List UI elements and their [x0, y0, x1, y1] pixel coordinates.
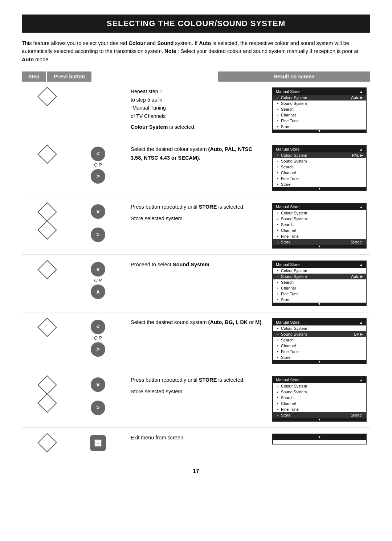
button-area: < O R > — [73, 145, 123, 184]
up-button[interactable]: ∧ — [91, 284, 105, 299]
intro-text: This feature allows you to select your d… — [22, 39, 370, 63]
table-row: Repeat step 1to step 5 as in"Manual Tuni… — [22, 82, 370, 139]
row-description: Press button repeatedly until STORE is s… — [123, 203, 272, 222]
screen-mockup: Manual Store▲ ▪Colour System ✓Sound Syst… — [272, 203, 370, 249]
down-button[interactable]: v — [91, 377, 105, 392]
right-button[interactable]: > — [91, 228, 105, 242]
row-description: Exit menu from screen. — [123, 434, 272, 442]
button-area — [73, 87, 123, 89]
right-button[interactable]: > — [91, 401, 105, 415]
left-button[interactable]: < — [91, 147, 105, 161]
screen-mockup: Manual Store▲ ✓ Colour System PAL ▶ ▪Sou… — [272, 145, 370, 191]
table-row: < O R > Select the desired sound system … — [22, 312, 370, 370]
diamond-icon — [40, 262, 55, 277]
right-button[interactable]: > — [91, 342, 105, 357]
down-button[interactable]: v — [91, 204, 105, 219]
table-row: < O R > Select the desired colour system… — [22, 139, 370, 197]
header-press: Press button — [47, 71, 91, 82]
screen-mockup: Manual Store▲ ▪Colour System ✓Sound Syst… — [272, 376, 370, 422]
step-indicator — [22, 145, 73, 162]
header-result: Result on screen — [218, 71, 370, 82]
button-area: v > — [73, 376, 123, 415]
button-area: v > — [73, 203, 123, 242]
table-header: Step Press button Result on screen — [22, 71, 370, 82]
button-area — [73, 434, 123, 451]
step-indicator — [22, 261, 73, 277]
row-description: Proceed to select Sound System. — [123, 261, 272, 269]
down-button[interactable]: v — [91, 262, 105, 276]
screen-mockup: ▼ — [272, 434, 370, 444]
row-description: Press button repeatedly until STORE is s… — [123, 376, 272, 395]
screen-mockup: Manual Store▲ ▪Colour System ✓ Sound Sys… — [272, 318, 370, 364]
svg-rect-1 — [98, 440, 101, 443]
table-row: Exit menu from screen. ▼ — [22, 428, 370, 457]
diamond-icon — [40, 435, 55, 450]
diamond-icon — [40, 320, 55, 335]
step-indicator — [22, 203, 73, 238]
page-number: 17 — [22, 468, 370, 475]
step-indicator — [22, 318, 73, 335]
diamond-icon — [40, 222, 55, 238]
svg-rect-2 — [95, 443, 98, 446]
row-description: Select the desired sound system (Auto, B… — [123, 318, 272, 327]
row-description: Select the desired colour system (Auto, … — [123, 145, 272, 162]
right-button[interactable]: > — [91, 169, 105, 184]
screen-mockup: Manual Store▲ ▪Colour System ✓ Sound Sys… — [272, 261, 370, 306]
diamond-icon — [40, 147, 55, 162]
table-row: v > Press button repeatedly until STORE … — [22, 370, 370, 428]
diamond-icon — [40, 89, 55, 104]
svg-rect-3 — [98, 443, 101, 446]
svg-rect-0 — [95, 440, 98, 443]
left-button[interactable]: < — [91, 320, 105, 334]
diamond-icon — [40, 377, 55, 393]
diamond-icon — [40, 204, 55, 220]
table-row: v O R ∧ Proceed to select Sound System. … — [22, 255, 370, 312]
step-indicator — [22, 87, 73, 104]
step-indicator — [22, 376, 73, 411]
screen-mockup: Manual Store▲ ✓ Colour System Auto ▶ ▪So… — [272, 87, 370, 133]
page-title: SELECTING THE COLOUR/SOUND SYSTEM — [22, 15, 370, 33]
header-step: Step — [22, 71, 46, 82]
row-description: Repeat step 1to step 5 as in"Manual Tuni… — [123, 87, 272, 131]
button-area: v O R ∧ — [73, 261, 123, 299]
step-indicator — [22, 434, 73, 450]
table-row: v > Press button repeatedly until STORE … — [22, 197, 370, 255]
button-area: < O R > — [73, 318, 123, 357]
menu-button[interactable] — [90, 435, 106, 451]
diamond-icon — [40, 395, 55, 411]
